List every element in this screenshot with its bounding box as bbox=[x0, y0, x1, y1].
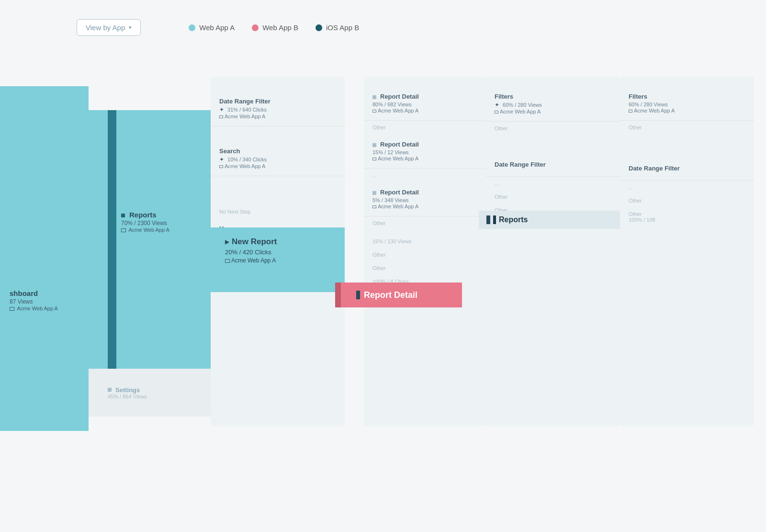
reports-highlight-title: Reports bbox=[499, 215, 528, 224]
monitor-icon-dr bbox=[219, 115, 223, 118]
date-range-l5[interactable]: Date Range Filter bbox=[620, 158, 754, 181]
monitor-icon-nr bbox=[225, 259, 230, 263]
legend-item-web-app-a: Web App A bbox=[189, 23, 235, 32]
rd3-subtitle: 5% / 348 Views bbox=[372, 197, 477, 203]
report-detail-pink-node[interactable]: Report Detail bbox=[335, 283, 462, 307]
filters-l5-title: Filters bbox=[629, 93, 745, 100]
dark-stripe bbox=[108, 110, 116, 369]
dashboard-subtitle: 87 Views bbox=[10, 298, 58, 305]
search-subtitle: ✦ 10% / 340 Clicks bbox=[219, 156, 336, 163]
cursor-icon-f: ✦ bbox=[495, 102, 499, 108]
filters-l5-sub: 60% / 280 Views bbox=[629, 102, 745, 107]
legend-item-ios-app-b: iOS App B bbox=[315, 23, 359, 32]
legend: Web App A Web App B iOS App B bbox=[189, 23, 359, 32]
new-report-title: New Report bbox=[232, 237, 277, 247]
new-report-app: Acme Web App A bbox=[225, 257, 335, 264]
rd-detail-more: 16% / 130 Views bbox=[364, 235, 486, 248]
legend-label-ios-app-b: iOS App B bbox=[326, 23, 359, 32]
settings-title: Settings bbox=[115, 386, 140, 394]
other-l3a-item: Other bbox=[364, 121, 486, 134]
monitor-icon bbox=[10, 307, 14, 311]
monitor-icon-search bbox=[219, 165, 223, 168]
other-l3c: Other bbox=[364, 248, 486, 261]
search-item[interactable]: Search ✦ 10% / 340 Clicks Acme Web App A bbox=[211, 141, 345, 176]
legend-dot-ios-app-b bbox=[315, 24, 322, 31]
dark-rect-icon-2 bbox=[486, 215, 490, 224]
legend-dot-web-app-b bbox=[252, 24, 259, 31]
layer-4-panel: Filters ✦ 60% / 280 Views Acme Web App A… bbox=[486, 77, 620, 426]
other-l5b: Other bbox=[620, 194, 754, 207]
report-detail-pink-title: Report Detail bbox=[364, 290, 417, 300]
date-range-l4-title: Date Range Filter bbox=[495, 161, 611, 168]
rd1-title: Report Detail bbox=[380, 93, 419, 100]
settings-icon bbox=[108, 388, 112, 392]
rd3-title: Report Detail bbox=[380, 189, 419, 196]
rd1-subtitle: 80% / 682 Views bbox=[372, 102, 477, 107]
rd2-subtitle: 15% / 12 Views bbox=[372, 149, 477, 155]
cursor-arrow-icon: ▶ bbox=[225, 238, 229, 245]
other-l4b-item: Other bbox=[486, 190, 620, 204]
reports-l1-label: Reports 70% / 2300 Views Acme Web App A bbox=[121, 211, 169, 233]
dark-rect-icon-3 bbox=[493, 215, 496, 224]
monitor-icon-rd3 bbox=[372, 205, 376, 208]
other-l4a-item: Other bbox=[486, 122, 620, 135]
legend-label-web-app-a: Web App A bbox=[199, 23, 235, 32]
date-range-app: Acme Web App A bbox=[219, 113, 336, 119]
dashboard-column: shboard 87 Views Acme Web App A bbox=[0, 86, 89, 431]
cursor-icon-2: ✦ bbox=[219, 156, 224, 163]
new-report-label: ▶ New Report 20% / 420 Clicks Acme Web A… bbox=[211, 227, 345, 273]
report-detail-3-item[interactable]: Report Detail 5% / 348 Views Acme Web Ap… bbox=[364, 182, 486, 216]
new-report-node[interactable]: ▶ New Report 20% / 420 Clicks Acme Web A… bbox=[211, 227, 345, 292]
report-detail-2-item[interactable]: Report Detail 15% / 12 Views Acme Web Ap… bbox=[364, 134, 486, 169]
reports-l1-subtitle: 70% / 2300 Views bbox=[121, 220, 169, 226]
ellipsis-l5: ... bbox=[620, 181, 754, 194]
date-range-l5-title: Date Range Filter bbox=[629, 165, 745, 172]
monitor-icon-fl5 bbox=[629, 110, 632, 113]
top-bar: View by App ▾ Web App A Web App B iOS Ap… bbox=[0, 19, 766, 36]
filters-l5-app: Acme Web App A bbox=[629, 108, 745, 113]
rd1-icon bbox=[372, 95, 376, 99]
date-range-l4-item[interactable]: Date Range Filter bbox=[486, 154, 620, 177]
reports-l1-column[interactable]: Reports 70% / 2300 Views Acme Web App A bbox=[89, 110, 211, 369]
date-range-subtitle: ✦ 31% / 640 Clicks bbox=[219, 106, 336, 113]
rd2-icon bbox=[372, 143, 376, 147]
legend-dot-web-app-a bbox=[189, 24, 195, 31]
dropdown-label: View by App bbox=[86, 23, 125, 32]
new-report-subtitle: 20% / 420 Clicks bbox=[225, 249, 335, 256]
dashboard-node-label: shboard 87 Views Acme Web App A bbox=[10, 289, 58, 311]
ellipsis-l4: ... bbox=[486, 177, 620, 190]
reports-l1-title: Reports bbox=[129, 211, 157, 219]
filters-item[interactable]: Filters ✦ 60% / 280 Views Acme Web App A bbox=[486, 86, 620, 122]
report-detail-1-item[interactable]: Report Detail 80% / 682 Views Acme Web A… bbox=[364, 86, 486, 121]
legend-item-web-app-b: Web App B bbox=[252, 23, 298, 32]
viz-area: shboard 87 Views Acme Web App A Reports … bbox=[0, 62, 766, 503]
rd1-app: Acme Web App A bbox=[372, 108, 477, 113]
settings-node[interactable]: Settings 45% / 864 Views bbox=[89, 369, 211, 417]
chevron-down-icon: ▾ bbox=[129, 24, 132, 31]
reports-l1-app: Acme Web App A bbox=[121, 227, 169, 233]
settings-label: Settings 45% / 864 Views bbox=[108, 386, 147, 399]
rd3-app: Acme Web App A bbox=[372, 204, 477, 209]
monitor-icon-reports bbox=[121, 228, 126, 232]
report-detail-pink-content: Report Detail bbox=[349, 290, 417, 300]
reports-highlight-content: Reports bbox=[486, 215, 528, 224]
rd3-icon bbox=[372, 191, 376, 195]
other-l5c: Other100% / 108 bbox=[620, 207, 754, 226]
rd2-app: Acme Web App A bbox=[372, 156, 477, 161]
monitor-icon-rd1 bbox=[372, 110, 376, 113]
other-l3b-item: Other bbox=[364, 216, 486, 230]
view-by-app-dropdown[interactable]: View by App ▾ bbox=[77, 19, 141, 36]
other-l3d: Other bbox=[364, 261, 486, 275]
square-icon bbox=[121, 214, 125, 217]
layer-3-panel: Report Detail 80% / 682 Views Acme Web A… bbox=[364, 77, 486, 426]
filters-l5-item[interactable]: Filters 60% / 280 Views Acme Web App A bbox=[620, 86, 754, 121]
legend-label-web-app-b: Web App B bbox=[262, 23, 298, 32]
search-title: Search bbox=[219, 147, 336, 155]
rd2-title: Report Detail bbox=[380, 141, 419, 148]
dashboard-app: Acme Web App A bbox=[10, 306, 58, 311]
search-app: Acme Web App A bbox=[219, 163, 336, 169]
date-range-filter-item[interactable]: Date Range Filter ✦ 31% / 640 Clicks Acm… bbox=[211, 91, 345, 126]
filters-app: Acme Web App A bbox=[495, 109, 611, 114]
no-next-step-item: No Next Step bbox=[211, 205, 345, 218]
monitor-icon-rd2 bbox=[372, 158, 376, 160]
